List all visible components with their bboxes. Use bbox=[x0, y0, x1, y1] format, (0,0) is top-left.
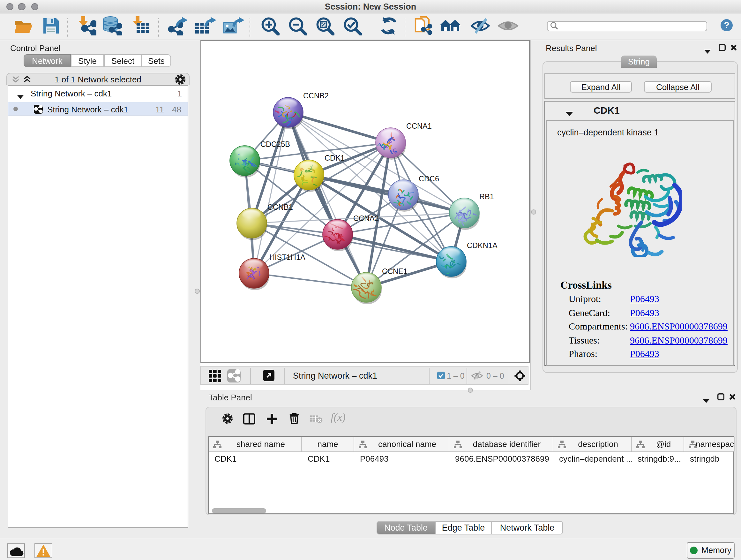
svg-text:HIST1H1A: HIST1H1A bbox=[269, 253, 306, 261]
svg-text:CCNA2: CCNA2 bbox=[353, 214, 379, 223]
svg-text:CCNB2: CCNB2 bbox=[303, 91, 329, 100]
svg-text:CDC25B: CDC25B bbox=[260, 140, 290, 148]
svg-text:CDK1: CDK1 bbox=[325, 154, 345, 162]
svg-text:CDKN1A: CDKN1A bbox=[467, 241, 497, 250]
svg-text:CDC6: CDC6 bbox=[419, 175, 439, 183]
svg-text:RB1: RB1 bbox=[479, 192, 494, 201]
svg-text:CCNA1: CCNA1 bbox=[406, 122, 432, 130]
svg-text:CCNB1: CCNB1 bbox=[267, 203, 293, 211]
svg-text:CCNE1: CCNE1 bbox=[382, 267, 408, 275]
